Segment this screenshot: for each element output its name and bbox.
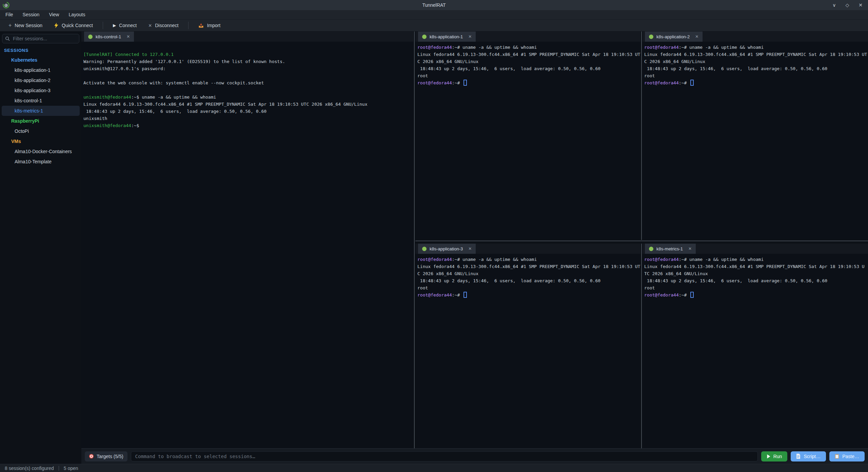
- toolbar-separator: [103, 22, 103, 29]
- disconnect-button[interactable]: ✕Disconnect: [142, 20, 184, 31]
- tab-k8s-application-1[interactable]: k8s-application-1✕: [418, 32, 476, 42]
- tab-label: k8s-metrics-1: [656, 246, 683, 251]
- tab-bar: k8s-application-1✕: [415, 32, 640, 42]
- menu-file[interactable]: File: [1, 10, 18, 19]
- lightning-icon: [54, 23, 59, 28]
- window-controls: ∨ ◇ ✕: [832, 0, 863, 10]
- script-button[interactable]: Script…: [791, 451, 826, 461]
- sidebar-item-alma10-template[interactable]: Alma10-Template: [2, 157, 80, 167]
- menu-bar: FileSessionViewLayouts: [0, 10, 868, 20]
- terminal-text: root@fedora44: [644, 257, 679, 262]
- terminal-line: TC 2026 x86_64 GNU/Linux: [644, 270, 868, 277]
- close-button[interactable]: ✕: [859, 2, 863, 8]
- broadcast-command-input[interactable]: [131, 451, 758, 461]
- terminal-text: root@fedora44: [417, 80, 452, 85]
- terminal-line: 18:48:43 up 2 days, 15:46, 6 users, load…: [644, 65, 868, 72]
- menu-view[interactable]: View: [44, 10, 64, 19]
- terminal-line: unixsmith@127.0.0.1's password:: [83, 65, 413, 72]
- terminal[interactable]: root@fedora44:~# uname -a && uptime && w…: [415, 254, 640, 448]
- terminal-text: uname -a && uptime && whoami: [142, 95, 216, 100]
- run-play-icon: [767, 454, 770, 458]
- sidebar-item-k8s-application-2[interactable]: k8s-application-2: [2, 75, 80, 85]
- status-bar: 8 session(s) configured 5 open: [0, 464, 868, 472]
- terminal-text: TC 2026 x86_64 GNU/Linux: [644, 271, 708, 276]
- terminal-text: unixsmith: [83, 116, 107, 121]
- terminal-text: uname -a && uptime && whoami: [689, 257, 764, 262]
- sidebar: SESSIONS Kubernetesk8s-application-1k8s-…: [0, 32, 81, 464]
- tab-k8s-application-2[interactable]: k8s-application-2✕: [645, 32, 703, 42]
- terminal-text: root@fedora44: [417, 45, 452, 50]
- terminal-text: :~#: [452, 80, 462, 85]
- tab-k8s-application-3[interactable]: k8s-application-3✕: [418, 244, 476, 254]
- window-title: TunnelRAT: [0, 0, 868, 10]
- terminal-line: Activate the web console with: systemctl…: [83, 79, 413, 86]
- terminal-cursor: [690, 80, 694, 86]
- tab-close-icon[interactable]: ✕: [695, 34, 698, 39]
- terminal-line: 18:48:43 up 2 days, 15:46, 6 users, load…: [417, 277, 640, 284]
- target-icon: [89, 454, 94, 459]
- terminal-line: root@fedora44:~# uname -a && uptime && w…: [417, 44, 640, 51]
- terminal-line: unixsmith: [83, 115, 413, 122]
- sidebar-item-octopi[interactable]: OctoPi: [2, 126, 80, 136]
- horizontal-splitter[interactable]: [415, 240, 868, 244]
- connect-button-label: Connect: [119, 23, 137, 28]
- targets-button[interactable]: Targets (5/5): [85, 451, 127, 461]
- tab-close-icon[interactable]: ✕: [468, 246, 472, 251]
- terminal[interactable]: [TunnelRAT] Connected to 127.0.0.1Warnin…: [81, 42, 413, 448]
- minimize-button[interactable]: ∨: [832, 2, 836, 8]
- connected-status-dot: [649, 35, 653, 39]
- paste-button[interactable]: Paste…: [829, 451, 865, 461]
- menu-layouts[interactable]: Layouts: [64, 10, 90, 19]
- sidebar-group-raspberrypi[interactable]: RaspberryPi: [0, 116, 81, 126]
- sidebar-item-k8s-control-1[interactable]: k8s-control-1: [2, 96, 80, 106]
- terminal-text: root@fedora44: [644, 45, 679, 50]
- terminal-text: Activate the web console with: systemctl…: [83, 80, 264, 85]
- terminal-line: unixsmith@fedora44:~$ uname -a && uptime…: [83, 94, 413, 101]
- disconnect-button-label: Disconnect: [155, 23, 178, 28]
- menu-session[interactable]: Session: [18, 10, 44, 19]
- import-button[interactable]: Import: [193, 20, 226, 31]
- terminal-cursor: [690, 292, 694, 298]
- connected-status-dot: [422, 247, 427, 251]
- terminal-text: root: [417, 285, 428, 290]
- script-label: Script…: [804, 454, 821, 459]
- status-separator: [59, 466, 59, 471]
- sidebar-group-kubernetes[interactable]: Kubernetes: [0, 55, 81, 65]
- run-button[interactable]: Run: [761, 451, 788, 461]
- tab-label: k8s-application-1: [430, 34, 463, 39]
- terminal-text: :~$: [131, 95, 142, 100]
- terminal-text: root@fedora44: [644, 292, 679, 297]
- terminal-text: C 2026 x86_64 GNU/Linux: [644, 59, 705, 64]
- quick-connect-button[interactable]: Quick Connect: [48, 20, 99, 31]
- terminal-text: uname -a && uptime && whoami: [689, 45, 764, 50]
- filter-sessions-input[interactable]: [12, 36, 76, 42]
- terminal-text: Warning: Permanently added '127.0.0.1' (…: [83, 59, 285, 64]
- terminal-line: C 2026 x86_64 GNU/Linux: [417, 270, 640, 277]
- new-session-button[interactable]: +New Session: [3, 20, 48, 31]
- tab-k8s-metrics-1[interactable]: k8s-metrics-1✕: [645, 244, 696, 254]
- terminal-text: uname -a && uptime && whoami: [462, 257, 537, 262]
- terminal-text: Linux fedora44 6.19.13-300.fc44.x86_64 #…: [644, 264, 865, 269]
- sidebar-item-k8s-application-3[interactable]: k8s-application-3: [2, 85, 80, 96]
- terminal[interactable]: root@fedora44:~# uname -a && uptime && w…: [642, 42, 868, 240]
- script-document-icon: [796, 454, 801, 459]
- tab-k8s-control-1[interactable]: k8s-control-1✕: [84, 32, 134, 42]
- maximize-button[interactable]: ◇: [845, 2, 849, 8]
- tab-close-icon[interactable]: ✕: [126, 34, 130, 39]
- terminal[interactable]: root@fedora44:~# uname -a && uptime && w…: [642, 254, 868, 448]
- terminal-line: root@fedora44:~# uname -a && uptime && w…: [417, 256, 640, 263]
- terminal[interactable]: root@fedora44:~# uname -a && uptime && w…: [415, 42, 640, 240]
- terminal-text: [TunnelRAT] Connected to 127.0.0.1: [83, 52, 174, 57]
- terminal-line: [TunnelRAT] Connected to 127.0.0.1: [83, 51, 413, 58]
- tab-close-icon[interactable]: ✕: [688, 246, 692, 251]
- app-window: TunnelRAT ∨ ◇ ✕ FileSessionViewLayouts +…: [0, 0, 868, 472]
- sidebar-item-k8s-application-1[interactable]: k8s-application-1: [2, 65, 80, 75]
- terminal-text: :~#: [452, 45, 462, 50]
- sidebar-group-vms[interactable]: VMs: [0, 136, 81, 146]
- connect-button[interactable]: ▶Connect: [107, 20, 142, 31]
- terminal-line: Linux fedora44 6.19.13-300.fc44.x86_64 #…: [417, 263, 640, 270]
- tab-close-icon[interactable]: ✕: [468, 34, 472, 39]
- sidebar-item-k8s-metrics-1[interactable]: k8s-metrics-1: [2, 106, 80, 116]
- sidebar-item-alma10-docker-containers[interactable]: Alma10-Docker-Containers: [2, 146, 80, 157]
- terminal-text: :~$: [131, 123, 139, 128]
